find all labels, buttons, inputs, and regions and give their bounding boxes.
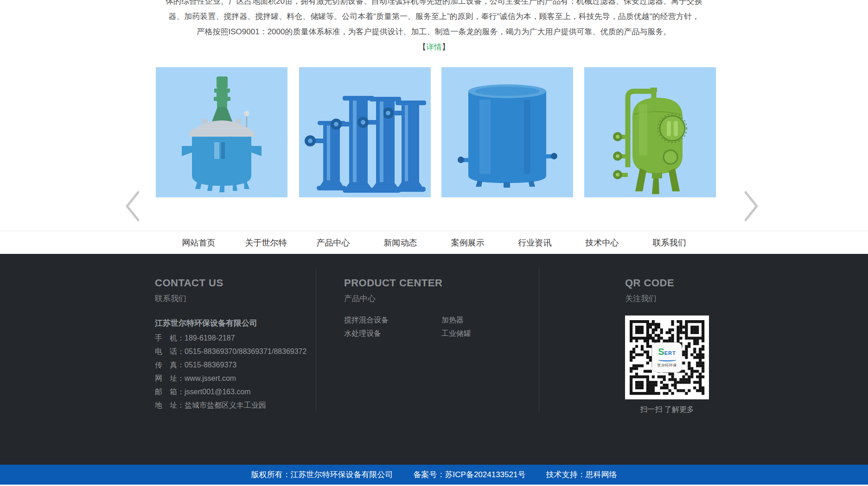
- contact-heading-en: CONTACT US: [155, 277, 308, 289]
- detail-label: 详情: [426, 43, 442, 51]
- qr-code-image: SERT 世尔特环保: [625, 316, 709, 399]
- contact-fax: 传 真：0515-88369373: [155, 361, 308, 369]
- contact-mobile: 手 机：189-6198-2187: [155, 335, 308, 342]
- qr-center-logo: SERT 世尔特环保: [652, 343, 682, 372]
- product-link-industrial-tank[interactable]: 工业储罐: [441, 330, 539, 337]
- intro-line: 严格按照ISO9001：2000的质量体系标准，为客户提供设计、加工、制造一条龙…: [0, 24, 868, 39]
- qr-logo-cn: 世尔特环保: [657, 363, 677, 368]
- contact-address: 地 址：盐城市盐都区义丰工业园: [155, 402, 308, 409]
- carousel-slide-mixing-reactor[interactable]: [156, 67, 287, 197]
- carousel-prev-button[interactable]: [121, 189, 144, 224]
- nav-item-about[interactable]: 关于世尔特: [232, 237, 300, 248]
- qr-caption: 扫一扫 了解更多: [625, 405, 709, 415]
- storage-tank-image: [441, 67, 573, 197]
- company-name: 江苏世尔特环保设备有限公司: [155, 318, 308, 328]
- intro-line: 体的综合性企业。厂区占地面积20亩，拥有激光切割设备、自动埋弧焊机等先进的加工设…: [0, 0, 868, 9]
- contact-website: 网 址：www.jssert.com: [155, 375, 308, 382]
- copyright-owner: 版权所有：江苏世尔特环保设备有限公司: [251, 469, 393, 480]
- copyright-icp: 备案号：苏ICP备2024133521号: [414, 469, 526, 480]
- detail-bracket: 】: [442, 43, 450, 51]
- intro-line: 器、加药装置、搅拌器、搅拌罐、料仓、储罐等。公司本着“质量第一、服务至上”的原则…: [0, 9, 868, 24]
- copyright-bar: 版权所有：江苏世尔特环保设备有限公司 备案号：苏ICP备2024133521号 …: [0, 465, 868, 485]
- chevron-left-icon: [122, 189, 143, 223]
- contact-phone: 电 话：0515-88369370/88369371/88369372: [155, 348, 308, 355]
- footer: CONTACT US 联系我们 江苏世尔特环保设备有限公司 手 机：189-61…: [0, 254, 868, 465]
- main-nav: 网站首页 关于世尔特 产品中心 新闻动态 案例展示 行业资讯 技术中心 联系我们: [0, 231, 868, 254]
- nav-item-products[interactable]: 产品中心: [300, 237, 367, 248]
- footer-contact-column: CONTACT US 联系我们 江苏世尔特环保设备有限公司 手 机：189-61…: [155, 254, 308, 409]
- detail-bracket: 【: [418, 43, 426, 51]
- qr-logo-ert: ERT: [664, 350, 676, 356]
- products-heading-cn: 产品中心: [344, 293, 530, 304]
- footer-divider: [539, 269, 539, 411]
- product-link-mixing[interactable]: 搅拌混合设备: [344, 316, 441, 324]
- nav-item-news[interactable]: 新闻动态: [367, 237, 434, 248]
- contact-heading-cn: 联系我们: [155, 293, 308, 304]
- carousel-slide-filter-columns[interactable]: [299, 67, 431, 197]
- company-intro: 体的综合性企业。厂区占地面积20亩，拥有激光切割设备、自动埋弧焊机等先进的加工设…: [0, 0, 868, 55]
- mixing-reactor-image: [156, 67, 287, 197]
- copyright-support: 技术支持：思科网络: [546, 469, 617, 480]
- contact-email: 邮 箱：jssert001@163.com: [155, 388, 308, 396]
- qr-logo-swoosh: [658, 358, 677, 361]
- product-carousel: [0, 67, 868, 197]
- nav-item-contact[interactable]: 联系我们: [636, 237, 703, 248]
- footer-divider: [316, 269, 316, 411]
- carousel-slide-storage-tank[interactable]: [441, 67, 573, 197]
- product-link-water-treatment[interactable]: 水处理设备: [344, 330, 441, 337]
- nav-item-cases[interactable]: 案例展示: [434, 237, 501, 248]
- detail-link[interactable]: 【详情】: [418, 43, 450, 51]
- qr-heading-cn: 关注我们: [625, 293, 718, 304]
- footer-products-column: PRODUCT CENTER 产品中心 搅拌混合设备 加热器 水处理设备 工业储…: [344, 254, 530, 337]
- product-link-heater[interactable]: 加热器: [441, 316, 539, 324]
- chevron-right-icon: [741, 189, 761, 223]
- nav-item-tech[interactable]: 技术中心: [568, 237, 636, 248]
- carousel-slide-green-filter[interactable]: [584, 67, 716, 197]
- carousel-next-button[interactable]: [740, 189, 762, 224]
- qr-heading-en: QR CODE: [625, 277, 718, 289]
- green-filter-image: [584, 67, 716, 197]
- products-heading-en: PRODUCT CENTER: [344, 277, 530, 289]
- footer-qr-column: QR CODE 关注我们 SERT 世尔特环保 扫一扫 了解更多: [625, 254, 718, 415]
- company-homepage: 体的综合性企业。厂区占地面积20亩，拥有激光切割设备、自动埋弧焊机等先进的加工设…: [0, 0, 868, 486]
- nav-item-home[interactable]: 网站首页: [165, 237, 232, 248]
- qr-logo-s: S: [658, 347, 664, 357]
- nav-item-industry[interactable]: 行业资讯: [501, 237, 568, 248]
- filter-columns-image: [299, 67, 431, 197]
